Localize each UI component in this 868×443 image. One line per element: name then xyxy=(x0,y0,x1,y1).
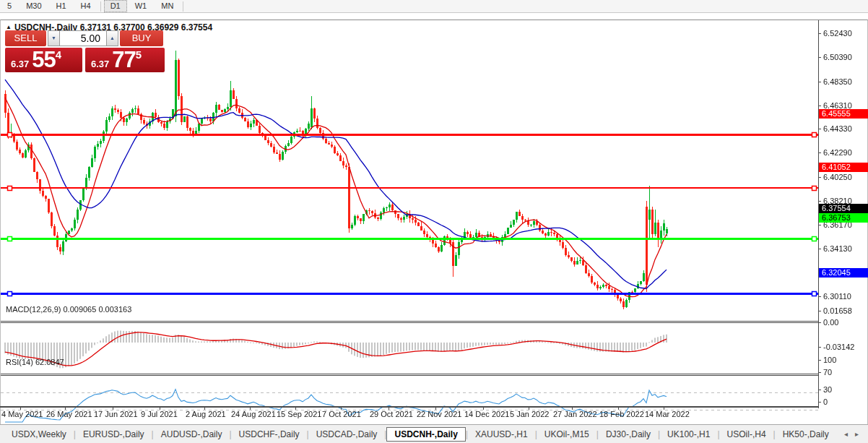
tab-eurusd-daily[interactable]: EURUSD-,Daily xyxy=(76,428,152,441)
collapse-icon[interactable]: ▲ xyxy=(6,24,12,30)
price-axis-tick xyxy=(818,201,821,202)
tab-scroll-arrows: ◂▸ xyxy=(841,430,862,438)
timeframe-button-mn[interactable]: MN xyxy=(155,0,180,12)
rsi-axis-tick xyxy=(818,402,821,403)
price-axis-tick xyxy=(818,249,821,249)
price-axis-label: 6.44330 xyxy=(823,124,852,133)
one-click-trading-panel: SELL ▼ 5.00 ▲ BUY 6.37 55 4 6.37 77 5 xyxy=(5,30,165,72)
macd-axis-label: -0.03142 xyxy=(823,343,854,351)
date-axis-label: 7 Oct 2021 xyxy=(322,410,361,418)
timeframe-button-h1[interactable]: H1 xyxy=(50,0,73,12)
date-axis-label: 26 May 2021 xyxy=(46,410,92,418)
price-level-flag-6.32045: 6.32045 xyxy=(819,268,868,278)
main-chart-canvas[interactable] xyxy=(1,40,819,321)
macd-indicator-label: MACD(12,26,9) 0.009065 0.003163 xyxy=(6,305,131,314)
price-level-flag-6.41052: 6.41052 xyxy=(819,163,868,172)
date-axis-label: 27 Jan 2022 xyxy=(553,410,597,418)
sell-price-prefix: 6.37 xyxy=(11,59,29,69)
price-axis-tick xyxy=(818,57,821,58)
price-axis-tick xyxy=(818,106,821,106)
volume-spinner: ▼ 5.00 ▲ xyxy=(48,30,118,46)
price-axis-tick xyxy=(818,82,821,82)
date-axis-label: 4 May 2021 xyxy=(1,410,43,418)
macd-panel-canvas[interactable] xyxy=(1,323,819,374)
buy-price-pip: 5 xyxy=(136,48,142,61)
macd-axis-tick xyxy=(818,311,821,311)
date-axis-tick xyxy=(389,407,389,410)
tab-usdcnh-daily[interactable]: USDCNH-,Daily xyxy=(386,427,465,442)
date-axis-tick xyxy=(160,407,160,410)
rsi-panel-canvas[interactable] xyxy=(1,376,819,426)
time-axis-line xyxy=(0,406,818,408)
tab-usdx-weekly[interactable]: USDX,Weekly xyxy=(4,428,74,441)
timeframe-button-m30[interactable]: M30 xyxy=(19,0,48,12)
price-axis-tick xyxy=(818,296,821,297)
price-axis-label: 6.50390 xyxy=(823,53,852,61)
date-axis-label: 22 Nov 2021 xyxy=(417,410,461,418)
timeframe-button-h4[interactable]: H4 xyxy=(74,0,97,12)
price-axis-tick xyxy=(818,152,821,153)
timeframe-button-w1[interactable]: W1 xyxy=(129,0,154,12)
date-axis-tick xyxy=(618,407,619,410)
tab-audusd-daily[interactable]: AUDUSD-,Daily xyxy=(154,428,230,441)
price-level-flag-6.45555: 6.45555 xyxy=(819,109,868,119)
date-axis-tick xyxy=(113,407,113,410)
price-axis-tick xyxy=(818,225,821,225)
symbol-tabbar: USDX,Weekly|EURUSD-,Daily|AUDUSD-,Daily|… xyxy=(0,424,868,443)
macd-axis-tick xyxy=(818,322,821,323)
date-axis-label: 14 Mar 2022 xyxy=(645,410,690,418)
price-axis-label: 6.48350 xyxy=(823,77,852,86)
tab-scroll-left-icon[interactable]: ◂ xyxy=(841,430,851,438)
price-level-flag-6.36753: 6.36753 xyxy=(819,213,868,223)
sell-price-box[interactable]: 6.37 55 4 xyxy=(5,48,82,72)
rsi-axis-tick xyxy=(818,360,821,361)
buy-price-box[interactable]: 6.37 77 5 xyxy=(85,48,165,72)
buy-price-prefix: 6.37 xyxy=(91,59,109,69)
date-axis-tick xyxy=(572,407,573,410)
price-axis-tick xyxy=(818,177,821,178)
timeframe-button-d1[interactable]: D1 xyxy=(104,0,127,12)
rsi-axis-tick xyxy=(818,372,821,373)
price-axis-label: 6.52430 xyxy=(823,29,852,38)
buy-price-main: 77 xyxy=(112,49,135,71)
tab-scroll-right-icon[interactable]: ▸ xyxy=(851,430,862,438)
rsi-indicator-label: RSI(14) 62.0847 xyxy=(6,358,64,366)
tab-usdcad-daily[interactable]: USDCAD-,Daily xyxy=(309,428,385,441)
rsi-axis-tick xyxy=(818,390,821,390)
tab-usdchf-daily[interactable]: USDCHF-,Daily xyxy=(232,428,307,441)
rsi-axis-label: 100 xyxy=(823,356,836,364)
date-axis-tick xyxy=(341,407,342,410)
tab-dj30-daily[interactable]: DJ30-,Daily xyxy=(599,428,658,441)
date-axis-tick xyxy=(483,407,484,410)
date-axis-label: 2 Aug 2021 xyxy=(186,410,226,418)
date-axis-label: 18 Feb 2022 xyxy=(599,410,644,418)
toolbar-separator xyxy=(100,1,101,12)
volume-input[interactable]: 5.00 xyxy=(60,30,106,46)
toolbar-separator xyxy=(183,1,183,12)
date-axis-tick xyxy=(664,407,664,410)
macd-axis-label: 0.00 xyxy=(823,318,838,327)
volume-decrease-icon[interactable]: ▼ xyxy=(48,30,60,46)
date-axis-label: 29 Oct 2021 xyxy=(370,410,413,418)
macd-axis-tick xyxy=(818,347,821,348)
date-axis-tick xyxy=(250,407,251,410)
macd-axis-label: 0.01658 xyxy=(823,306,852,315)
buy-button[interactable]: BUY xyxy=(120,30,163,46)
sell-price-pip: 4 xyxy=(56,48,61,61)
price-axis-label: 6.40250 xyxy=(823,173,852,181)
sell-price-main: 55 xyxy=(32,49,55,71)
tab-uk100-h1[interactable]: UK100-,H1 xyxy=(660,428,717,441)
price-axis-label: 6.30110 xyxy=(823,292,851,301)
sell-button[interactable]: SELL xyxy=(5,30,46,46)
volume-increase-icon[interactable]: ▲ xyxy=(106,30,118,46)
tab-ukoil-m15[interactable]: UKOil-,M15 xyxy=(537,428,596,441)
tab-xauusd-h1[interactable]: XAUUSD-,H1 xyxy=(468,428,535,441)
date-axis-tick xyxy=(295,407,296,410)
tab-hk50-daily[interactable]: HK50-,Daily xyxy=(776,428,836,441)
price-axis-label: 6.42290 xyxy=(823,148,852,157)
price-axis-tick xyxy=(818,129,821,129)
timeframe-button-5[interactable]: 5 xyxy=(1,0,18,12)
price-level-flag-6.37554: 6.37554 xyxy=(819,204,868,213)
tab-usoil-h4[interactable]: USOil-,H4 xyxy=(720,428,773,441)
date-axis-tick xyxy=(20,407,21,410)
